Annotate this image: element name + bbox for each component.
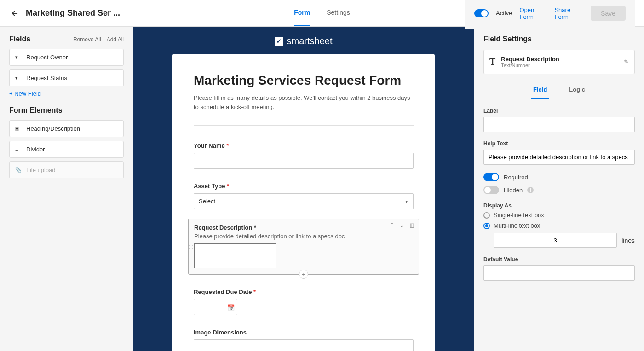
save-button[interactable]: Save — [591, 6, 626, 21]
selected-form-field[interactable]: ⋮⋮ ⌃ ⌄ 🗑 Request Description * Please pr… — [188, 219, 419, 275]
label-label: Label — [483, 108, 635, 114]
field-item-request-owner[interactable]: ▾ Request Owner — [9, 49, 124, 66]
radio-label: Multi-line text box — [494, 222, 540, 229]
text-type-icon: T — [489, 57, 495, 67]
field-item-label: Request Status — [26, 75, 67, 81]
move-up-icon[interactable]: ⌃ — [390, 222, 395, 229]
image-dimensions-label: Image Dimensions — [194, 329, 414, 336]
element-label: File upload — [26, 167, 56, 173]
tab-field[interactable]: Field — [531, 81, 549, 99]
logo-icon: ✓ — [275, 37, 283, 46]
edit-icon[interactable]: ✎ — [624, 58, 629, 65]
share-form-link[interactable]: Share Form — [554, 6, 583, 20]
element-divider[interactable]: ≡ Divider — [9, 141, 124, 158]
divider-icon: ≡ — [15, 147, 22, 152]
field-item-request-status[interactable]: ▾ Request Status — [9, 69, 124, 86]
add-field-below-button[interactable]: + — [299, 270, 308, 279]
request-description-textarea[interactable] — [194, 243, 276, 268]
brand-logo: ✓ smartsheet — [133, 27, 474, 54]
element-heading-description[interactable]: H Heading/Description — [9, 120, 124, 137]
drag-handle-icon[interactable]: ⋮⋮ — [187, 244, 194, 249]
element-label: Divider — [26, 146, 45, 153]
heading-icon: H — [15, 126, 22, 132]
radio-icon — [483, 223, 490, 229]
fields-heading: Fields — [9, 35, 30, 43]
default-value-input[interactable] — [483, 265, 635, 281]
request-description-help: Please provide detailed description or l… — [194, 233, 413, 240]
remove-all-link[interactable]: Remove All — [73, 36, 101, 43]
hidden-label: Hidden — [504, 187, 523, 194]
page-title: Marketing Shared Ser ... — [26, 8, 120, 18]
your-name-input[interactable] — [194, 153, 414, 169]
back-button[interactable] — [9, 8, 20, 19]
attachment-icon: 📎 — [15, 167, 22, 173]
your-name-label: Your Name * — [194, 142, 414, 149]
active-label: Active — [496, 10, 512, 17]
element-label: Heading/Description — [26, 125, 80, 132]
hidden-toggle[interactable] — [483, 186, 499, 194]
requested-due-date-label: Requested Due Date * — [194, 288, 414, 295]
radio-label: Single-line text box — [494, 212, 544, 219]
field-settings-card: T Request Description Text/Number ✎ — [483, 50, 635, 74]
info-icon[interactable]: i — [527, 187, 534, 193]
help-text-label: Help Text — [483, 140, 635, 147]
asset-type-label: Asset Type * — [194, 183, 414, 190]
lines-label: lines — [621, 237, 635, 244]
add-all-link[interactable]: Add All — [107, 36, 124, 43]
display-as-label: Display As — [483, 202, 635, 209]
tab-logic[interactable]: Logic — [567, 81, 587, 99]
field-settings-name: Request Description — [501, 56, 559, 63]
field-settings-heading: Field Settings — [483, 35, 635, 43]
element-file-upload[interactable]: 📎 File upload — [9, 161, 124, 178]
label-input[interactable] — [483, 117, 635, 132]
move-down-icon[interactable]: ⌄ — [399, 222, 404, 229]
form-title: Marketing Services Request Form — [194, 73, 414, 88]
asset-type-select[interactable]: Select — [194, 193, 414, 209]
active-toggle[interactable] — [474, 9, 489, 17]
lines-input[interactable] — [494, 233, 617, 248]
form-description: Please fill in as many details as possib… — [194, 93, 414, 126]
required-label: Required — [504, 174, 528, 181]
required-toggle[interactable] — [483, 173, 499, 181]
help-text-input[interactable] — [483, 150, 635, 165]
dropdown-icon: ▾ — [15, 54, 22, 60]
calendar-icon[interactable]: 📅 — [227, 304, 235, 311]
radio-multi-line[interactable]: Multi-line text box — [483, 222, 635, 229]
brand-text: smartsheet — [287, 36, 333, 46]
new-field-button[interactable]: + New Field — [9, 90, 124, 97]
request-description-label: Request Description * — [194, 224, 256, 231]
delete-icon[interactable]: 🗑 — [409, 222, 415, 229]
image-dimensions-input[interactable] — [194, 339, 414, 351]
field-settings-type: Text/Number — [501, 63, 559, 68]
open-form-link[interactable]: Open Form — [519, 6, 547, 20]
dropdown-icon: ▾ — [15, 75, 22, 81]
form-elements-heading: Form Elements — [9, 106, 124, 115]
tab-settings[interactable]: Settings — [327, 0, 350, 26]
radio-single-line[interactable]: Single-line text box — [483, 212, 635, 219]
field-item-label: Request Owner — [26, 54, 68, 61]
radio-icon — [483, 212, 490, 219]
default-value-label: Default Value — [483, 256, 635, 263]
tab-form[interactable]: Form — [294, 0, 310, 26]
